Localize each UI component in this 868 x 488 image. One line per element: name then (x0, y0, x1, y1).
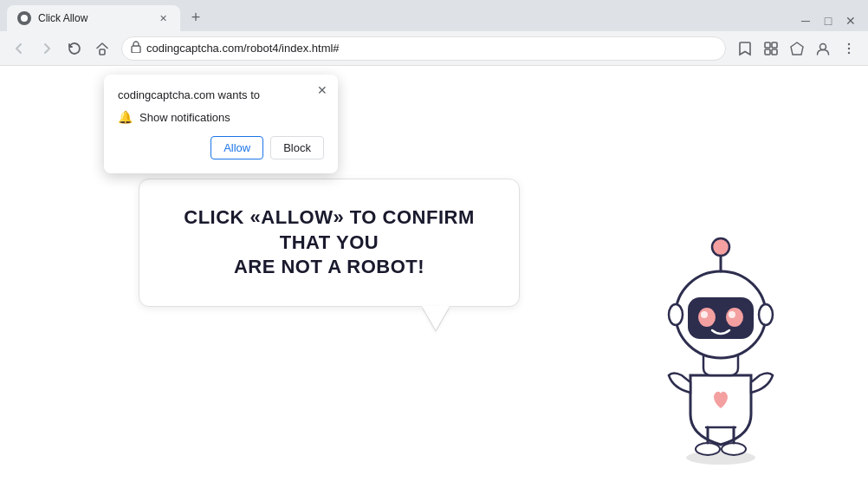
extensions-button[interactable] (759, 36, 783, 61)
svg-point-21 (669, 304, 683, 325)
address-bar[interactable]: codingcaptcha.com/robot4/index.html# (121, 36, 726, 61)
address-text: codingcaptcha.com/robot4/index.html# (146, 42, 340, 55)
allow-button[interactable]: Allow (211, 136, 263, 159)
speech-bubble-container: CLICK «ALLOW» TO CONFIRM THAT YOU ARE NO… (139, 179, 520, 307)
svg-rect-2 (132, 46, 140, 53)
svg-point-24 (722, 443, 746, 455)
svg-point-10 (848, 51, 850, 53)
close-window-button[interactable]: ✕ (845, 16, 856, 26)
tab-title: Click Allow (38, 12, 149, 24)
permission-text: Show notifications (139, 111, 230, 124)
browser-frame: Click Allow ✕ + ─ □ ✕ codingcaptcha.com/ (0, 0, 868, 488)
svg-rect-3 (765, 42, 770, 48)
svg-point-17 (701, 311, 708, 318)
block-button[interactable]: Block (270, 136, 324, 159)
bell-icon: 🔔 (118, 110, 133, 124)
bubble-text: CLICK «ALLOW» TO CONFIRM THAT YOU ARE NO… (174, 205, 484, 280)
maximize-button[interactable]: □ (823, 16, 833, 26)
svg-point-9 (848, 47, 850, 49)
browser-toolbar: codingcaptcha.com/robot4/index.html# (0, 31, 868, 66)
minimize-button[interactable]: ─ (800, 16, 811, 26)
page-content: ✕ codingcaptcha.com wants to 🔔 Show noti… (0, 66, 868, 488)
speech-bubble: CLICK «ALLOW» TO CONFIRM THAT YOU ARE NO… (139, 179, 520, 307)
robot-svg (625, 193, 816, 471)
svg-point-7 (820, 43, 826, 49)
profile1-button[interactable] (785, 36, 809, 61)
svg-point-15 (698, 308, 716, 327)
lock-icon (131, 41, 141, 55)
svg-rect-1 (100, 49, 105, 55)
tab-favicon (17, 11, 31, 25)
svg-point-8 (848, 42, 850, 44)
home-button[interactable] (90, 36, 114, 61)
popup-buttons: Allow Block (118, 136, 324, 159)
profile2-button[interactable] (811, 36, 835, 61)
new-tab-button[interactable]: + (184, 5, 208, 29)
back-button[interactable] (7, 36, 31, 61)
forward-button[interactable] (35, 36, 59, 61)
bookmark-button[interactable] (733, 36, 757, 61)
popup-permission: 🔔 Show notifications (118, 110, 324, 124)
notification-popup: ✕ codingcaptcha.com wants to 🔔 Show noti… (104, 75, 338, 173)
svg-point-16 (726, 308, 743, 327)
svg-point-18 (729, 311, 735, 318)
toolbar-icons (733, 36, 861, 61)
bubble-text-line2: ARE NOT A ROBOT! (234, 256, 424, 277)
svg-rect-4 (772, 42, 777, 48)
svg-point-0 (21, 15, 28, 22)
bubble-text-line1: CLICK «ALLOW» TO CONFIRM THAT YOU (184, 206, 474, 253)
svg-point-23 (696, 443, 720, 455)
menu-button[interactable] (837, 36, 861, 61)
tab-close-button[interactable]: ✕ (156, 11, 170, 25)
window-controls: ─ □ ✕ (795, 16, 861, 26)
tab-bar: Click Allow ✕ + ─ □ ✕ (0, 0, 868, 31)
svg-rect-5 (765, 49, 770, 55)
popup-header: codingcaptcha.com wants to (118, 88, 324, 101)
popup-close-button[interactable]: ✕ (314, 81, 331, 99)
svg-point-20 (712, 238, 729, 256)
reload-button[interactable] (62, 36, 87, 61)
svg-point-11 (686, 451, 755, 465)
robot-illustration (625, 193, 816, 471)
active-tab[interactable]: Click Allow ✕ (7, 5, 180, 31)
svg-point-22 (759, 304, 773, 325)
svg-rect-6 (772, 49, 777, 55)
